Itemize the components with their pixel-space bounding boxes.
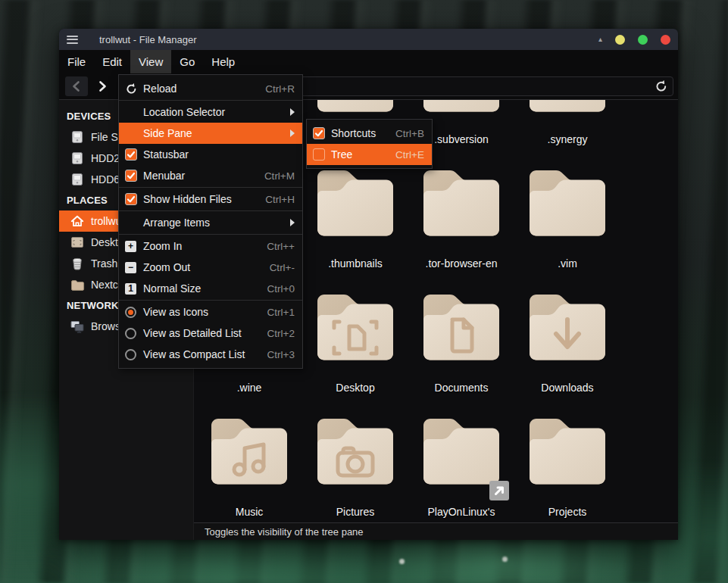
file-label: .wine bbox=[196, 382, 302, 394]
menu-item-view-as-compact-list[interactable]: View as Compact ListCtrl+3 bbox=[119, 344, 302, 365]
folder-icon bbox=[422, 100, 501, 118]
menu-item-shortcut: Ctrl+1 bbox=[267, 307, 295, 318]
wallpaper-flower bbox=[502, 556, 508, 562]
chevron-left-icon bbox=[70, 80, 83, 93]
file-label: Downloads bbox=[514, 382, 620, 394]
menu-item-box bbox=[125, 307, 143, 318]
chevron-right-icon bbox=[96, 80, 108, 93]
menu-item-reload[interactable]: ReloadCtrl+R bbox=[119, 78, 302, 99]
folder-icon bbox=[210, 412, 289, 491]
reload-button[interactable] bbox=[650, 77, 673, 95]
menu-item-menubar[interactable]: MenubarCtrl+M bbox=[119, 165, 302, 186]
menu-item-label: Zoom In bbox=[143, 240, 258, 252]
menubar-item-help[interactable]: Help bbox=[203, 50, 243, 73]
folder-icon bbox=[316, 100, 395, 118]
menu-item-zoom-in[interactable]: +Zoom InCtrl++ bbox=[119, 235, 302, 257]
menu-item-arrange-items[interactable]: Arrange Items bbox=[119, 212, 302, 233]
menu-item-shortcut: Ctrl+M bbox=[264, 170, 295, 182]
menu-item-box bbox=[125, 193, 143, 205]
minimize-button[interactable] bbox=[615, 35, 625, 45]
submenu-arrow-icon bbox=[290, 219, 295, 226]
menu-item-label: Shortcuts bbox=[331, 127, 386, 139]
maximize-button[interactable] bbox=[638, 35, 648, 45]
menu-item-shortcut: Ctrl+0 bbox=[267, 283, 295, 295]
menu-item-label: View as Detailed List bbox=[143, 327, 258, 339]
statusbar-text: Toggles the visibility of the tree pane bbox=[205, 526, 364, 538]
menu-item-label: Side Pane bbox=[143, 127, 281, 139]
menu-item-location-selector[interactable]: Location Selector bbox=[119, 101, 302, 123]
folder-icon bbox=[70, 277, 85, 292]
close-button[interactable] bbox=[661, 35, 670, 45]
side-pane-submenu: ShortcutsCtrl+BTreeCtrl+E bbox=[306, 119, 433, 169]
menubar-item-edit[interactable]: Edit bbox=[94, 50, 130, 73]
submenu-arrow-icon bbox=[290, 129, 295, 137]
menu-item-shortcut: Ctrl+- bbox=[270, 262, 295, 273]
menu-item-box bbox=[125, 328, 143, 339]
checkbox-checked-icon bbox=[125, 193, 137, 205]
menu-item-label: Statusbar bbox=[143, 148, 295, 161]
home-icon bbox=[70, 214, 85, 229]
file-label: Desktop bbox=[302, 382, 408, 394]
menu-item-box bbox=[125, 170, 143, 182]
checkbox-checked-icon bbox=[125, 170, 137, 182]
desktop-wallpaper: { "window": { "title": "trollwut - File … bbox=[0, 0, 728, 583]
back-button[interactable] bbox=[65, 76, 88, 96]
forward-button[interactable] bbox=[91, 76, 114, 96]
menu-item-label: View as Compact List bbox=[143, 348, 258, 360]
menu-item-show-hidden-files[interactable]: Show Hidden FilesCtrl+H bbox=[119, 189, 302, 210]
folder-icon bbox=[528, 288, 607, 366]
view-menu: ReloadCtrl+RLocation SelectorSide PaneSt… bbox=[118, 74, 303, 369]
drive-icon bbox=[70, 129, 85, 145]
menu-separator bbox=[119, 234, 302, 235]
menu-item-normal-size[interactable]: 1Normal SizeCtrl+0 bbox=[119, 278, 302, 299]
menu-item-shortcut: Ctrl+3 bbox=[267, 349, 295, 360]
menu-item-label: View as Icons bbox=[143, 306, 258, 318]
menu-separator bbox=[119, 300, 302, 301]
sidebar-item-label: trollwu bbox=[91, 215, 121, 227]
folder-icon bbox=[528, 100, 607, 118]
drive-icon bbox=[70, 151, 85, 166]
folder-icon bbox=[528, 412, 607, 491]
file-label: Music bbox=[196, 506, 302, 518]
submenu-item-tree[interactable]: TreeCtrl+E bbox=[307, 144, 432, 165]
file-label: Documents bbox=[408, 382, 514, 394]
menu-item-zoom-out[interactable]: −Zoom OutCtrl+- bbox=[119, 257, 302, 278]
menu-item-view-as-icons[interactable]: View as IconsCtrl+1 bbox=[119, 301, 302, 323]
menubar-item-view[interactable]: View bbox=[130, 50, 171, 73]
submenu-item-shortcuts[interactable]: ShortcutsCtrl+B bbox=[307, 123, 432, 144]
menu-item-shortcut: Ctrl+E bbox=[395, 149, 424, 161]
menu-item-side-pane[interactable]: Side Pane bbox=[119, 123, 302, 144]
checkbox-checked-icon bbox=[313, 127, 325, 139]
menubar-item-go[interactable]: Go bbox=[171, 50, 203, 73]
sidebar-item-label: Nextc bbox=[91, 279, 118, 291]
window-title: trollwut - File Manager bbox=[99, 34, 197, 45]
zoom-in-icon: + bbox=[125, 241, 143, 252]
file-label: .thumbnails bbox=[302, 257, 408, 270]
normal-size-icon: 1 bbox=[125, 283, 143, 295]
titlebar[interactable]: trollwut - File Manager ▴ bbox=[59, 29, 678, 50]
window-menu-icon[interactable] bbox=[67, 36, 78, 44]
folder-icon bbox=[528, 164, 607, 242]
folder-icon bbox=[316, 412, 395, 491]
menu-item-label: Location Selector bbox=[143, 106, 281, 118]
radio-icon bbox=[125, 349, 136, 360]
file-label: .synergy bbox=[514, 133, 620, 145]
zoom-out-icon: − bbox=[125, 262, 143, 273]
menu-item-label: Zoom Out bbox=[143, 261, 261, 273]
menu-item-label: Menubar bbox=[143, 170, 255, 182]
menu-item-statusbar[interactable]: Statusbar bbox=[119, 144, 302, 165]
menu-item-label: Tree bbox=[331, 148, 386, 161]
file-manager-window: trollwut - File Manager ▴ FileEditViewGo… bbox=[59, 29, 678, 540]
file-label: PlayOnLinux's bbox=[408, 506, 514, 518]
shade-button[interactable]: ▴ bbox=[598, 36, 602, 43]
sidebar-item-label: Deskt bbox=[91, 236, 118, 248]
submenu-arrow-icon bbox=[290, 108, 295, 116]
menubar-item-file[interactable]: File bbox=[59, 50, 94, 73]
sidebar-item-label: Trash bbox=[91, 257, 117, 270]
reload-icon bbox=[125, 83, 143, 95]
menu-item-view-as-detailed-list[interactable]: View as Detailed ListCtrl+2 bbox=[119, 323, 302, 344]
menu-separator bbox=[119, 100, 302, 101]
menu-item-label: Show Hidden Files bbox=[143, 193, 256, 205]
symlink-emblem bbox=[489, 481, 509, 500]
menu-separator bbox=[119, 187, 302, 188]
